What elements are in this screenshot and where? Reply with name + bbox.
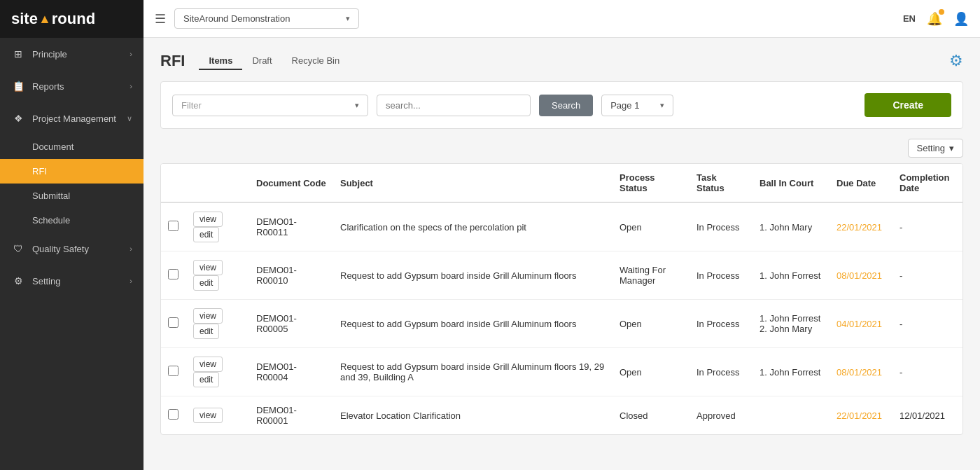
process-status: Closed (612, 396, 690, 435)
page-label: Page 1 (610, 100, 639, 111)
notification-bell-button[interactable]: 🔔 (927, 11, 942, 27)
sidebar: site ▲ round ⊞ Principle › 📋 Reports › ❖… (0, 0, 144, 470)
due-date: 08/01/2021 (830, 348, 892, 396)
chevron-right-icon: › (130, 277, 132, 285)
page-chevron-icon: ▾ (660, 101, 664, 110)
ball-in-court (752, 396, 830, 435)
process-status: Open (612, 202, 690, 251)
sidebar-item-submittal-label: Submittal (32, 191, 70, 201)
notification-badge (939, 9, 944, 15)
completion-date: - (892, 251, 962, 300)
settings-gear-button[interactable]: ⚙ (949, 52, 963, 70)
create-button[interactable]: Create (864, 93, 951, 117)
search-input[interactable] (377, 95, 531, 116)
table-row: view edit DEMO01-R00004 Request to add G… (161, 348, 962, 396)
subject: Elevator Location Clarification (333, 396, 612, 435)
view-button[interactable]: view (193, 357, 223, 372)
task-status: In Process (690, 202, 752, 251)
rfi-table: Document Code Subject Process Status Tas… (160, 163, 963, 435)
content-area: RFI Items Draft Recycle Bin ⚙ Filter ▾ S… (144, 38, 980, 470)
table-row: view DEMO01-R00001 Elevator Location Cla… (161, 396, 962, 435)
col-header-actions (186, 164, 249, 202)
due-date: 04/01/2021 (830, 300, 892, 348)
completion-date: - (892, 348, 962, 396)
chevron-right-icon: › (130, 82, 132, 90)
sidebar-item-project-management[interactable]: ❖ Project Management ∨ (0, 102, 144, 134)
view-button[interactable]: view (193, 408, 223, 423)
page-title: RFI (160, 52, 185, 70)
completion-date: - (892, 202, 962, 251)
sidebar-item-setting-label: Setting (32, 276, 60, 286)
view-button[interactable]: view (193, 308, 223, 324)
due-date: 22/01/2021 (830, 202, 892, 251)
sidebar-item-principle-label: Principle (32, 49, 67, 60)
view-button[interactable]: view (193, 212, 223, 227)
tab-items[interactable]: Items (199, 53, 242, 70)
edit-button[interactable]: edit (193, 372, 219, 387)
filter-chevron-icon: ▾ (355, 101, 359, 110)
view-button[interactable]: view (193, 260, 223, 275)
filter-placeholder: Filter (181, 100, 202, 111)
row-checkbox[interactable] (168, 366, 178, 376)
sidebar-item-submittal[interactable]: Submittal (0, 184, 144, 208)
sidebar-item-schedule[interactable]: Schedule (0, 208, 144, 233)
completion-date: - (892, 300, 962, 348)
subject: Clarification on the specs of the percol… (333, 202, 612, 251)
col-header-subject: Subject (333, 164, 612, 202)
row-checkbox[interactable] (168, 409, 178, 420)
row-checkbox[interactable] (168, 221, 178, 231)
doc-code: DEMO01-R00005 (249, 300, 333, 348)
subject: Request to add Gypsum board inside Grill… (333, 251, 612, 300)
ball-in-court: 1. John Forrest2. John Mary (752, 300, 830, 348)
task-status: Approved (690, 396, 752, 435)
project-management-icon: ❖ (11, 111, 25, 125)
sidebar-item-document[interactable]: Document (0, 134, 144, 159)
language-selector[interactable]: EN (903, 13, 916, 24)
row-checkbox[interactable] (168, 317, 178, 328)
sidebar-item-quality-safety[interactable]: 🛡 Quality Safety › (0, 233, 144, 265)
subject: Request to add Gypsum board inside Grill… (333, 300, 612, 348)
tab-draft[interactable]: Draft (242, 53, 281, 70)
setting-row: Setting ▾ (160, 139, 963, 158)
project-selector[interactable]: SiteAround Demonstration ▾ (174, 8, 359, 29)
edit-button[interactable]: edit (193, 227, 219, 242)
page-header: RFI Items Draft Recycle Bin ⚙ (160, 52, 963, 70)
col-header-due: Due Date (830, 164, 892, 202)
task-status: In Process (690, 251, 752, 300)
project-chevron-icon: ▾ (346, 14, 350, 23)
row-checkbox[interactable] (168, 269, 178, 279)
sidebar-item-setting[interactable]: ⚙ Setting › (0, 265, 144, 297)
subject: Request to add Gypsum board inside Grill… (333, 348, 612, 396)
table-row: view edit DEMO01-R00010 Request to add G… (161, 251, 962, 300)
sidebar-item-document-label: Document (32, 141, 74, 152)
hamburger-menu-button[interactable]: ☰ (155, 11, 166, 27)
process-status: Waiting For Manager (612, 251, 690, 300)
task-status: In Process (690, 300, 752, 348)
sidebar-item-rfi[interactable]: RFI (0, 159, 144, 184)
edit-button[interactable]: edit (193, 275, 219, 291)
tab-recycle-bin[interactable]: Recycle Bin (282, 53, 350, 70)
col-header-ball: Ball In Court (752, 164, 830, 202)
filter-bar: Filter ▾ Search Page 1 ▾ Create (160, 81, 963, 129)
sidebar-item-reports[interactable]: 📋 Reports › (0, 70, 144, 102)
quality-safety-icon: 🛡 (11, 242, 25, 256)
sidebar-item-qs-label: Quality Safety (32, 244, 89, 254)
edit-button[interactable]: edit (193, 324, 219, 339)
ball-in-court: 1. John Mary (752, 202, 830, 251)
user-profile-button[interactable]: 👤 (953, 11, 969, 27)
col-header-process: Process Status (612, 164, 690, 202)
process-status: Open (612, 300, 690, 348)
col-header-task: Task Status (690, 164, 752, 202)
due-date: 22/01/2021 (830, 396, 892, 435)
logo-arrow: ▲ (38, 12, 51, 27)
search-button[interactable]: Search (539, 95, 593, 116)
setting-btn-label: Setting (917, 143, 945, 153)
page-selector[interactable]: Page 1 ▾ (601, 95, 673, 116)
project-name: SiteAround Demonstration (183, 13, 290, 24)
ball-in-court: 1. John Forrest (752, 251, 830, 300)
table-setting-button[interactable]: Setting ▾ (908, 139, 963, 158)
filter-dropdown[interactable]: Filter ▾ (172, 95, 368, 116)
setting-btn-chevron-icon: ▾ (949, 143, 954, 153)
sidebar-item-principle[interactable]: ⊞ Principle › (0, 38, 144, 70)
sidebar-item-pm-label: Project Management (32, 113, 116, 124)
